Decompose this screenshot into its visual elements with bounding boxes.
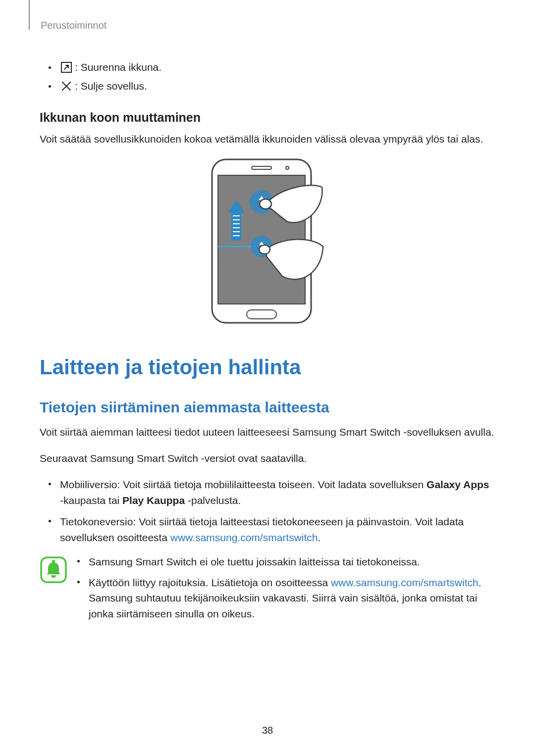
expand-text: : Suurenna ikkuna. bbox=[75, 61, 161, 73]
bullet-dot bbox=[49, 520, 51, 522]
transfer-body-1: Voit siirtää aiemman laitteesi tiedot uu… bbox=[40, 425, 495, 440]
svg-point-22 bbox=[52, 560, 55, 563]
note-list: Samsung Smart Switch ei ole tuettu joiss… bbox=[77, 554, 495, 626]
smartswitch-link[interactable]: www.samsung.com/smartswitch bbox=[170, 532, 318, 543]
bullet-dot bbox=[49, 85, 51, 88]
close-text: : Sulje sovellus. bbox=[75, 80, 147, 92]
note2-prefix: Käyttöön liittyy rajoituksia. Lisätietoj… bbox=[89, 577, 331, 588]
page-number: 38 bbox=[0, 725, 535, 736]
section-heading: Laitteen ja tietojen hallinta bbox=[40, 355, 495, 379]
bullet-dot bbox=[49, 66, 51, 69]
note-block: Samsung Smart Switch ei ole tuettu joiss… bbox=[40, 554, 495, 626]
close-app-bullet: : Sulje sovellus. bbox=[49, 80, 495, 93]
vm-mid: -kaupasta tai bbox=[60, 495, 122, 506]
version-mobile-item: Mobiiliversio: Voit siirtää tietoja mobi… bbox=[49, 477, 495, 508]
note-bell-icon bbox=[40, 556, 67, 586]
note-1-text: Samsung Smart Switch ei ole tuettu joiss… bbox=[89, 554, 420, 570]
note-item-1: Samsung Smart Switch ei ole tuettu joiss… bbox=[77, 554, 495, 570]
transfer-body-2: Seuraavat Samsung Smart Switch -versiot … bbox=[40, 451, 495, 466]
expand-window-bullet: : Suurenna ikkuna. bbox=[49, 61, 495, 74]
phone-resize-illustration bbox=[40, 157, 495, 326]
vm-prefix: Mobiiliversio: Voit siirtää tietoja mobi… bbox=[60, 479, 427, 490]
icon-bullet-list: : Suurenna ikkuna. : Sulje sovellus. bbox=[49, 61, 495, 93]
svg-point-19 bbox=[260, 199, 271, 209]
version-pc-item: Tietokoneversio: Voit siirtää tietoja la… bbox=[49, 514, 495, 545]
smartswitch-link-2[interactable]: www.samsung.com/smartswitch bbox=[331, 577, 479, 588]
vm-bold2: Play Kauppa bbox=[122, 495, 185, 506]
page-content: Perustoiminnot : Suurenna ikkuna. : Sulj… bbox=[0, 0, 535, 626]
expand-icon bbox=[60, 61, 73, 74]
note-item-2: Käyttöön liittyy rajoituksia. Lisätietoj… bbox=[77, 575, 495, 622]
svg-rect-11 bbox=[240, 212, 241, 241]
subsection-heading: Tietojen siirtäminen aiemmasta laitteest… bbox=[40, 399, 495, 416]
close-icon bbox=[60, 80, 73, 93]
resize-body: Voit säätää sovellusikkunoiden kokoa vet… bbox=[40, 132, 495, 147]
bullet-dot bbox=[77, 560, 80, 562]
vm-bold1: Galaxy Apps bbox=[427, 479, 489, 490]
vm-suffix: -palvelusta. bbox=[185, 495, 241, 506]
vp-suffix: . bbox=[318, 532, 321, 543]
svg-point-20 bbox=[259, 245, 270, 254]
bullet-dot bbox=[77, 581, 80, 583]
svg-rect-10 bbox=[231, 212, 233, 241]
breadcrumb: Perustoiminnot bbox=[41, 20, 495, 31]
left-margin-line bbox=[29, 0, 30, 30]
version-list: Mobiiliversio: Voit siirtää tietoja mobi… bbox=[49, 477, 495, 545]
resize-heading: Ikkunan koon muuttaminen bbox=[40, 110, 495, 125]
bullet-dot bbox=[49, 483, 51, 485]
